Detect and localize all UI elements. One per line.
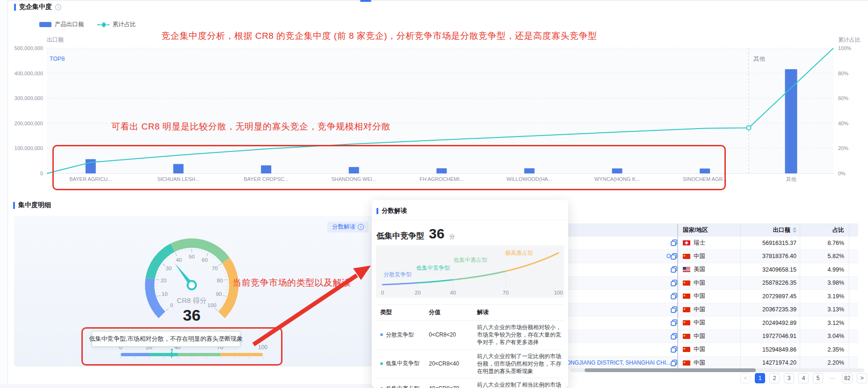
page-button-5[interactable]: 5 [813,373,823,383]
popup-title: 分数解读 [382,207,407,215]
svg-text:100%: 100% [838,45,851,51]
table-row[interactable]: 中国20367235.393.13% [568,303,858,317]
copy-icon[interactable] [671,293,678,300]
flag-usa [683,267,690,272]
table-row[interactable]: 中国15294849.862.35% [568,343,858,357]
type-label: 分散竞争型 [386,331,414,339]
pagination: <12345···82> [740,373,867,383]
table-row[interactable]: 美国32409658.154.99% [568,263,858,277]
scrollbar-thumb[interactable] [585,368,756,372]
page-button-82[interactable]: 82 [842,373,853,383]
share-cell: 3.19% [828,293,844,300]
copy-icon[interactable] [671,346,678,353]
slider-minor-tick [135,357,135,359]
column-divider [740,303,741,316]
svg-text:36: 36 [183,306,201,324]
company-link[interactable]: O [666,253,671,259]
legend-item-cumulative[interactable]: 累计占比 [97,21,136,29]
horizontal-scrollbar[interactable] [571,368,864,372]
column-divider [849,330,849,343]
svg-text:100,000,000: 100,000,000 [14,145,43,151]
country-name: 中国 [694,279,705,287]
share-cell: 3.98% [828,280,844,286]
column-divider [740,223,741,237]
score-slider[interactable]: 0204070100▼ [121,344,263,363]
country-cell: 瑞士 [683,239,705,247]
table-row[interactable]: 瑞士56916315.378.76% [568,237,858,250]
country-cell: 中国 [683,345,705,353]
copy-icon[interactable] [671,280,678,287]
sort-icon[interactable] [793,227,796,233]
table-row[interactable]: AD,SONGJIANG DISTRICT, SHANGHAI CHI...中国… [568,357,858,370]
page-title: 竞企集中度 [19,3,52,11]
score-table-row: 分散竞争型0<CR8<20前八大企业的市场份额相对较小，市场竞争较为分散，存在大… [376,321,564,350]
svg-text:20: 20 [160,278,166,283]
legend-item-export[interactable]: 产品出口额 [39,21,84,29]
svg-text:30: 30 [166,266,172,271]
table-row[interactable]: 中国20729897.453.19% [568,290,858,303]
page-button-3[interactable]: 3 [784,373,794,383]
score-table-row: 低集中寡占型40<CR8<70前八大企业控制了相当比例的市场份额，市场集中度较高 [376,378,564,388]
top-scroll-indicator[interactable] [360,0,371,2]
score-type-cell: 分散竞争型 [376,328,425,342]
slider-minor-tick [163,357,164,359]
line-legend-swatch [97,22,109,27]
annotation-top-text: 竞企集中度分析，根据 CR8 的竞企集中度 (前 8 家竞企)，分析竞争市场是分… [161,30,597,42]
share-cell: 3.13% [828,306,844,313]
svg-text:低集中寡占型: 低集中寡占型 [454,257,487,263]
copy-icon[interactable] [671,253,678,260]
score-type-cell: 低集中竞争型 [376,357,425,370]
info-icon[interactable]: i [55,4,61,10]
table-row[interactable]: 中国19727046.913.04% [568,330,858,344]
export-cell: 25878226.35 [762,280,796,286]
svg-text:SINOCHEM AGR...: SINOCHEM AGR... [683,176,727,182]
country-cell: 中国 [683,306,705,314]
table-row[interactable]: O中国37818376.405.82% [568,250,858,264]
section-accent-bar [14,4,16,11]
popup-header: 分数解读 [372,200,568,220]
slider-minor-tick [220,357,221,359]
svg-text:0: 0 [381,290,384,295]
svg-text:400,000,000: 400,000,000 [14,71,43,76]
copy-icon[interactable] [671,319,678,326]
page-ellipsis: ··· [827,373,838,383]
header-export[interactable]: 出口额 [773,226,797,234]
copy-icon[interactable] [671,333,678,340]
svg-text:0: 0 [40,171,43,176]
column-divider [740,290,741,303]
copy-icon[interactable] [671,359,678,366]
bar-company-1 [86,159,96,173]
score-desc-cell: 前八大企业控制了一定比例的市场份额，但市场仍然相对分散，不存在明显的寡头垄断现象 [473,350,564,378]
column-divider [740,237,741,250]
bar-company-8 [700,168,710,173]
annotation-mid-text: 可看出 CR8 明显是比较分散，无明显的寡头竞企，竞争规模相对分散 [111,121,391,133]
column-divider [740,277,741,290]
score-table-body: 分散竞争型0<CR8<20前八大企业的市场份额相对较小，市场竞争较为分散，存在大… [376,321,564,388]
page-prev-button[interactable]: < [740,373,751,383]
table-row[interactable]: 中国20249492.893.12% [568,316,858,330]
flag-china [683,347,690,352]
page-button-2[interactable]: 2 [769,373,780,383]
score-explain-link[interactable]: 分数解读 i [327,222,369,232]
column-divider [740,250,741,263]
bar-company-3 [261,165,271,173]
competitor-table: 国家/地区 出口额 占比 瑞士56916315.378.76%O中国378183… [568,220,868,388]
page-button-1[interactable]: 1 [755,373,765,383]
share-cell: 5.82% [828,253,844,259]
popup-score-row: 低集中竞争型 36 分 [372,220,568,245]
company-link[interactable]: AD,SONGJIANG DISTRICT, SHANGHAI CHI... [568,359,671,366]
copy-icon[interactable] [671,306,678,313]
score-explain-popup: 分数解读 低集中竞争型 36 分 分散竞争型低集中竞争型低集中寡占型极高寡占型0… [372,200,568,388]
slider-handle[interactable] [171,352,173,358]
bar-company-2 [173,164,183,173]
column-divider [800,343,800,356]
score-type-table: 类型 分值 解读 分散竞争型0<CR8<20前八大企业的市场份额相对较小，市场竞… [376,304,564,388]
copy-icon[interactable] [671,239,678,246]
table-row[interactable]: 中国25878226.353.98% [568,277,858,290]
column-divider [849,290,849,303]
page-button-4[interactable]: 4 [798,373,809,383]
svg-text:80%: 80% [838,71,848,76]
copy-icon[interactable] [671,266,678,273]
page-next-button[interactable]: > [857,373,867,383]
column-divider [740,357,741,370]
